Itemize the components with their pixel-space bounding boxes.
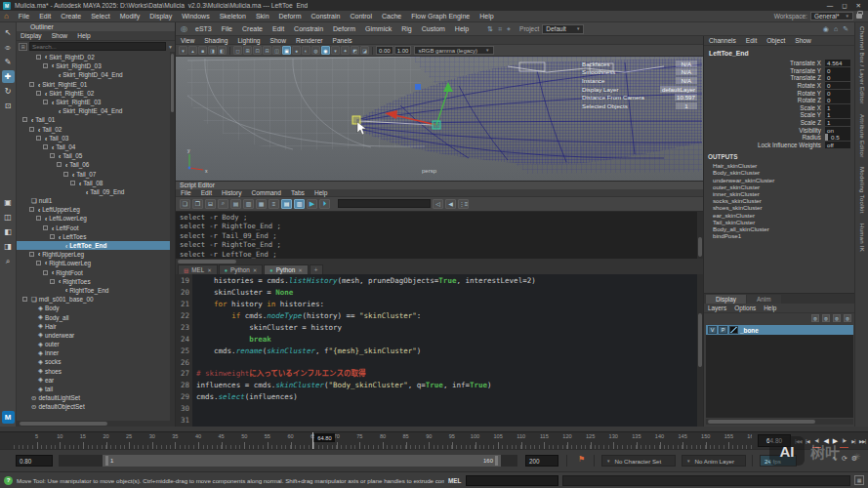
command-line-input[interactable] xyxy=(466,475,558,486)
new-layer-selected-icon[interactable]: ◍ xyxy=(833,314,841,322)
zoom-layout-tool[interactable]: ⌕ xyxy=(2,255,15,267)
symmetry-icon[interactable]: ⌗ xyxy=(498,25,502,33)
script-tab-python[interactable]: ●Python✕ xyxy=(264,264,309,274)
show-editor-toggle[interactable]: ▥ xyxy=(294,199,305,209)
outliner-search-input[interactable] xyxy=(29,42,166,51)
outliner-item-skirt_rightd_02[interactable]: -‹Skirt_RightD_02 xyxy=(17,53,175,61)
move-tool[interactable]: ✚ xyxy=(2,70,15,83)
script-history-pane[interactable]: select -r Body ;select -r RightToe_End ;… xyxy=(176,211,703,259)
workspace-lock-icon[interactable] xyxy=(856,14,862,19)
attribute-value-field[interactable]: 0 xyxy=(825,74,850,81)
playhead[interactable]: 64.80 xyxy=(312,432,313,450)
viewport-toolbar-icon[interactable]: ◨ xyxy=(208,46,217,55)
expand-collapse-icon[interactable]: - xyxy=(36,216,41,221)
menu-display[interactable]: Display xyxy=(145,13,177,20)
save-script-icon[interactable]: ⊟ xyxy=(205,199,216,209)
expand-collapse-icon[interactable]: - xyxy=(29,127,34,132)
expand-collapse-icon[interactable]: - xyxy=(43,100,48,104)
expand-collapse-icon[interactable]: - xyxy=(50,279,55,284)
output-node-underwear_skincluster[interactable]: underwear_skinCluster xyxy=(704,177,854,183)
close-button[interactable]: ✕ xyxy=(856,2,861,10)
script-tab-python[interactable]: ●Python✕ xyxy=(219,264,264,274)
gamma-field[interactable]: 1.00 xyxy=(394,46,412,55)
color-space-select[interactable]: sRGB gamma (legacy)▼ xyxy=(414,46,493,55)
script-editor-menu-tabs[interactable]: Tabs xyxy=(286,189,310,196)
viewport-canvas[interactable]: y x BackfacesN/ASmoothnessN/AInstanceN/A… xyxy=(176,57,703,181)
close-icon[interactable]: ✕ xyxy=(253,267,258,273)
output-node-bindpose1[interactable]: bindPose1 xyxy=(704,232,854,239)
est3-menu-gimmick[interactable]: Gimmick xyxy=(360,25,396,32)
execute-icon[interactable]: ▶ xyxy=(307,199,317,209)
outliner-item-tail_05[interactable]: -‹Tail_05 xyxy=(17,151,175,160)
line-numbers-icon[interactable]: ⋮≡ xyxy=(458,199,469,209)
outliner-item-righttoe_end[interactable]: ‹RightToe_End xyxy=(17,286,175,295)
outliner-item-skirt_righte_04_end[interactable]: ‹Skirt_RightE_04_End xyxy=(17,106,175,115)
animation-end-field[interactable]: 200 xyxy=(525,455,558,467)
outliner-item-righttoes[interactable]: -‹RightToes xyxy=(17,277,175,286)
layout-four-pane[interactable]: ◫ xyxy=(2,211,15,224)
outliner-item-outer[interactable]: ◈outer xyxy=(17,340,175,348)
layer-menu-layers[interactable]: Layers xyxy=(704,305,730,311)
search-up-icon[interactable]: ◀ xyxy=(445,199,456,209)
est3-menu-help[interactable]: Help xyxy=(450,25,474,32)
output-node-inner_skincluster[interactable]: inner_skinCluster xyxy=(704,190,854,197)
expand-collapse-icon[interactable]: - xyxy=(50,153,55,158)
step-forward-frame-button[interactable]: ▶| xyxy=(848,434,857,448)
menu-help[interactable]: Help xyxy=(475,13,498,20)
attribute-value-field[interactable]: 0 xyxy=(825,82,850,89)
annotate-icon[interactable]: ✎ xyxy=(843,25,848,33)
time-slider-ruler[interactable]: 5101520253035404550556065707580859095100… xyxy=(14,432,752,450)
outliner-item-leftfoot[interactable]: -‹LeftFoot xyxy=(17,224,175,232)
outliner-panel-header[interactable]: Outliner xyxy=(17,22,175,31)
layer-color-swatch[interactable] xyxy=(729,326,738,334)
viewport-menu-renderer[interactable]: Renderer xyxy=(291,37,328,44)
outliner-item-tail_04[interactable]: -‹Tail_04 xyxy=(17,142,175,151)
script-editor-menu-help[interactable]: Help xyxy=(310,189,333,196)
outliner-item-lefttoes[interactable]: -‹LeftToes xyxy=(17,232,175,241)
script-editor-header[interactable]: Script Editor xyxy=(176,182,703,189)
outliner-item-null1[interactable]: ❏null1 xyxy=(17,196,175,205)
outliner-item-leftlowerleg[interactable]: -‹LeftLowerLeg xyxy=(17,214,175,223)
expand-collapse-icon[interactable]: - xyxy=(43,63,48,68)
outliner-item-skirt_rightd_04_end[interactable]: ‹Skirt_RightD_04_End xyxy=(17,70,175,79)
viewport-menu-view[interactable]: View xyxy=(176,37,199,44)
expand-collapse-icon[interactable]: - xyxy=(43,225,48,230)
pivot-icon[interactable]: ⌖ xyxy=(507,25,511,33)
script-search-field[interactable] xyxy=(338,199,431,208)
sidebar-tab-attribute-editor[interactable]: Attribute Editor xyxy=(859,114,865,158)
outliner-item-rightlowerleg[interactable]: -‹RightLowerLeg xyxy=(17,259,175,267)
expand-collapse-icon[interactable]: - xyxy=(29,252,34,257)
lasso-tool[interactable]: ⌯ xyxy=(2,41,15,54)
outliner-item-tail[interactable]: ◈tail xyxy=(17,385,175,393)
menu-cache[interactable]: Cache xyxy=(377,13,406,20)
character-set-select[interactable]: ▼No Character Set xyxy=(601,455,676,467)
layer-tab-display[interactable]: Display xyxy=(706,295,746,304)
outliner-item-shoes[interactable]: ◈shoes xyxy=(17,367,175,376)
script-editor-menu-file[interactable]: File xyxy=(176,189,196,196)
current-time-field[interactable]: 64.80 xyxy=(758,434,791,447)
outliner-vertical-scrollbar[interactable] xyxy=(170,52,175,421)
est3-menu-edit[interactable]: Edit xyxy=(268,25,289,32)
range-slider-thumb[interactable]: 1 160 xyxy=(103,455,501,467)
outliner-item-inner[interactable]: ◈inner xyxy=(17,348,175,357)
viewport-toolbar-icon[interactable]: ✦ xyxy=(341,46,350,55)
output-node-shoes_skincluster[interactable]: shoes_skinCluster xyxy=(704,204,854,211)
output-node-hair_skincluster[interactable]: Hair_skinCluster xyxy=(704,162,854,169)
viewport-menu-shading[interactable]: Shading xyxy=(199,37,232,44)
outliner-item-tail_08[interactable]: -‹Tail_08 xyxy=(17,179,175,187)
step-forward-key-button[interactable]: |▶ xyxy=(840,434,848,448)
channel-box-menu-edit[interactable]: Edit xyxy=(741,37,762,44)
attribute-value-field[interactable]: off xyxy=(825,142,850,148)
paint-select-tool[interactable]: ✎ xyxy=(2,56,15,68)
script-editor-menu-history[interactable]: History xyxy=(217,189,247,196)
execute-all-icon[interactable]: ⏵ xyxy=(319,199,330,209)
maximize-button[interactable]: ◻ xyxy=(842,2,847,10)
outliner-item-leftupperleg[interactable]: -‹LeftUpperLeg xyxy=(17,205,175,214)
menu-file[interactable]: File xyxy=(14,13,34,20)
snap-icon[interactable]: ⇅ xyxy=(487,25,493,33)
sidebar-tab-modeling-toolkit[interactable]: Modeling Toolkit xyxy=(859,167,865,214)
viewport-toolbar-icon[interactable]: ◧ xyxy=(218,46,227,55)
code-editor[interactable]: 19202122232425262728293031 histories = c… xyxy=(176,274,703,427)
menu-deform[interactable]: Deform xyxy=(274,13,307,20)
output-node-ear_skincluster[interactable]: ear_skinCluster xyxy=(704,211,854,218)
